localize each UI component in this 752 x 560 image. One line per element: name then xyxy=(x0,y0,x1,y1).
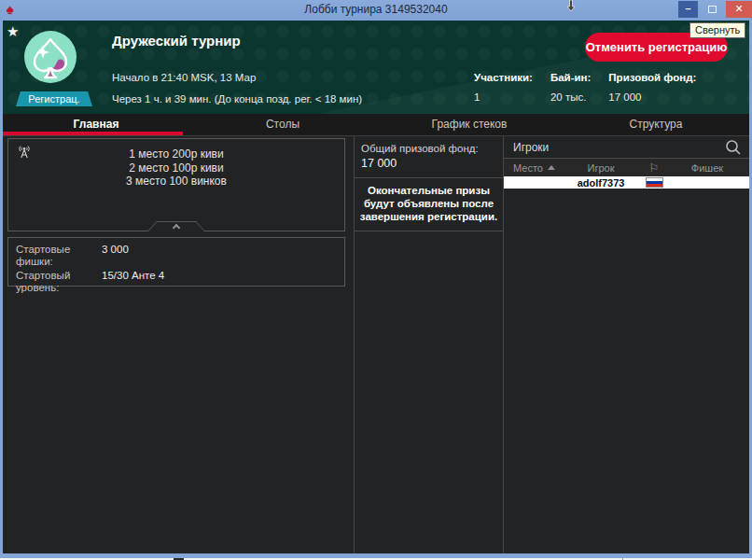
search-icon xyxy=(725,139,742,156)
player-search-bar xyxy=(504,136,749,159)
player-search-input[interactable] xyxy=(504,136,749,158)
players-panel: Место Игрок ⚐ Фишек adolf7373 xyxy=(504,136,749,553)
column-header-player[interactable]: Игрок xyxy=(559,162,643,174)
stat-label: Призовой фонд: xyxy=(608,72,696,83)
mouse-cursor xyxy=(564,0,578,13)
maximize-icon xyxy=(708,6,717,13)
players-table-header: Место Игрок ⚐ Фишек xyxy=(504,159,749,176)
tab-tables[interactable]: Столы xyxy=(189,114,376,135)
collapse-announcement-button[interactable] xyxy=(147,221,205,231)
starting-chips-label: Стартовые фишки: xyxy=(16,244,102,268)
stat-prize-pool: Призовой фонд: 17 000 xyxy=(608,72,696,103)
titlebar: ♠ Лобби турнира 3149532040 – ✕ xyxy=(0,0,752,21)
tournament-details-box: Стартовые фишки: 3 000 Стартовый уровень… xyxy=(7,237,345,287)
announcement-box: 1 место 200р киви 2 место 100р киви 3 ме… xyxy=(7,138,345,231)
column-header-chips[interactable]: Фишек xyxy=(665,162,749,174)
window-title: Лобби турнира 3149532040 xyxy=(0,3,752,16)
stat-value: 20 тыс. xyxy=(550,91,591,103)
tab-structure[interactable]: Структура xyxy=(563,114,749,135)
prize-pool-label: Общий призовой фонд: xyxy=(361,143,496,154)
stat-buyin: Бай-ин: 20 тыс. xyxy=(550,72,591,103)
close-button[interactable]: ✕ xyxy=(726,1,752,18)
starting-level-value: 15/30 Анте 4 xyxy=(102,270,337,294)
stat-participants: Участники: 1 xyxy=(474,72,533,103)
registration-status-badge: Регистрац. xyxy=(16,91,92,106)
prize-panel: Общий призовой фонд: 17 000 Окончательны… xyxy=(355,136,503,553)
stat-label: Бай-ин: xyxy=(550,72,591,83)
maximize-button[interactable] xyxy=(703,1,721,18)
start-time-text: Начало в 21:40 MSK, 13 Мар xyxy=(112,72,256,83)
minimize-button[interactable]: – xyxy=(678,1,698,18)
main-tab-content: 1 место 200р киви 2 место 100р киви 3 ме… xyxy=(3,136,749,553)
tournament-lobby-window: ♠ Лобби турнира 3149532040 – ✕ ★ Регистр… xyxy=(0,0,752,560)
lobby-tabbar: Главная Столы График стеков Структура xyxy=(3,114,749,136)
sort-ascending-icon xyxy=(548,165,555,170)
active-tab-underline xyxy=(3,132,183,135)
tab-stack-graph[interactable]: График стеков xyxy=(376,114,563,135)
favorite-star-icon[interactable]: ★ xyxy=(7,23,19,40)
stat-value: 1 xyxy=(474,91,533,103)
stat-label: Участники: xyxy=(474,72,533,83)
stat-value: 17 000 xyxy=(608,91,696,103)
starting-chips-value: 3 000 xyxy=(102,244,337,268)
player-row-selected[interactable]: adolf7373 xyxy=(504,176,749,189)
tournament-stats: Участники: 1 Бай-ин: 20 тыс. Призовой фо… xyxy=(474,72,696,103)
tournament-header: ★ Регистрац. Дружеский турнир Начало в 2… xyxy=(3,21,749,114)
column-header-place[interactable]: Место xyxy=(504,162,559,174)
lobby-body: ★ Регистрац. Дружеский турнир Начало в 2… xyxy=(3,21,749,553)
russia-flag-icon xyxy=(643,177,665,188)
tournament-name: Дружеский турнир xyxy=(112,33,241,49)
starting-level-label: Стартовый уровень: xyxy=(16,270,102,294)
announcement-text: 1 место 200р киви 2 место 100р киви 3 ме… xyxy=(8,139,344,189)
announcement-line: 3 место 100 винков xyxy=(8,175,344,189)
prize-pool-section: Общий призовой фонд: 17 000 xyxy=(355,136,503,178)
prize-pool-value: 17 000 xyxy=(361,157,496,170)
close-icon: ✕ xyxy=(734,3,743,14)
tournament-logo-spade-icon xyxy=(23,30,77,84)
announcement-line: 1 место 200р киви xyxy=(8,147,344,161)
broadcast-antenna-icon xyxy=(16,144,33,161)
prize-notice-text: Окончательные призы будут объявлены посл… xyxy=(355,178,503,231)
minimize-icon: – xyxy=(685,3,690,14)
announcement-line: 2 место 100р киви xyxy=(8,161,344,175)
countdown-text: Через 1 ч. и 39 мин. (До конца позд. рег… xyxy=(112,93,362,105)
player-name-cell: adolf7373 xyxy=(559,177,643,189)
flag-column-icon[interactable]: ⚐ xyxy=(643,161,665,175)
minimize-tooltip: Свернуть xyxy=(689,22,745,38)
